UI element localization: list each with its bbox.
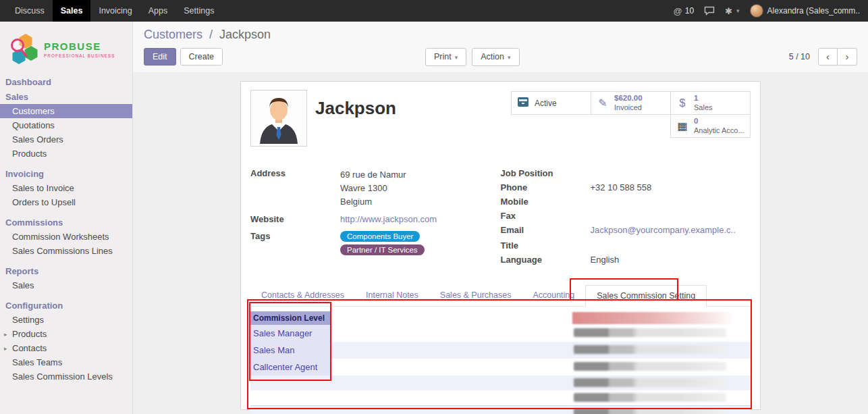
job-position-label: Job Position	[501, 168, 591, 180]
record-title: Jackpson	[315, 98, 396, 147]
active-icon	[516, 97, 530, 109]
field-group-left: Address 69 rue de Namur Wavre 1300 Belgi…	[250, 168, 501, 269]
active-toggle-button[interactable]: Active	[511, 91, 591, 115]
invoiced-stat-text: $620.00 Invoiced	[614, 94, 643, 112]
sidebar-item-orders-to-upsell[interactable]: Orders to Upsell	[0, 195, 132, 209]
pager-next-button[interactable]: ›	[838, 48, 857, 66]
menu-discuss[interactable]: Discuss	[7, 0, 53, 22]
logo-texts: PROBUSE PROFESSIONAL BUSINESS	[44, 41, 115, 58]
create-button[interactable]: Create	[180, 48, 223, 66]
sidebar-header-commissions[interactable]: Commissions	[0, 215, 132, 230]
sidebar-item-sales-orders[interactable]: Sales Orders	[0, 132, 132, 147]
sales-stat-button[interactable]: $ 1 Sales	[670, 91, 751, 115]
sidebar-item-sales-report[interactable]: Sales	[0, 278, 132, 292]
field-groups: Address 69 rue de Namur Wavre 1300 Belgi…	[241, 168, 760, 269]
sidebar-item-sales-commissions-lines[interactable]: Sales Commissions Lines	[0, 244, 132, 258]
messages-button[interactable]	[704, 6, 715, 16]
commission-table: Commission Level Sales Manager Sales Man…	[250, 311, 751, 414]
logo-hexagons-icon	[8, 32, 39, 66]
sidebar-item-sales-commission-levels[interactable]: Sales Commission Levels	[0, 369, 132, 384]
tab-sales-purchases[interactable]: Sales & Purchases	[429, 285, 522, 306]
menu-sales[interactable]: Sales	[53, 0, 91, 22]
tab-accounting[interactable]: Accounting	[522, 285, 585, 306]
commission-row-empty[interactable]	[250, 376, 751, 390]
commission-row[interactable]: Sales Man	[250, 342, 751, 359]
menu-apps[interactable]: Apps	[140, 0, 176, 22]
pager-previous-button[interactable]: ‹	[818, 48, 838, 66]
edit-button[interactable]: Edit	[144, 48, 176, 66]
sidebar-item-label: Products	[12, 329, 47, 339]
activities-menu[interactable]: ✱ ▾	[725, 6, 739, 16]
commission-row[interactable]: Sales Manager	[250, 325, 751, 342]
form-view-content: Jackpson Active ✎	[133, 72, 868, 414]
print-dropdown-button[interactable]: Print▾	[425, 48, 466, 66]
breadcrumb: Customers / Jackpson	[144, 28, 857, 42]
stat-row-1: Active ✎ $620.00 Invoiced $	[512, 91, 751, 115]
customer-avatar-image	[253, 93, 304, 144]
fax-label: Fax	[501, 211, 591, 222]
menu-invoicing[interactable]: Invoicing	[90, 0, 140, 22]
tab-contacts-addresses[interactable]: Contacts & Addresses	[250, 285, 355, 306]
redacted-cell-region	[574, 378, 726, 387]
sidebar-item-commission-worksheets[interactable]: Commission Worksheets	[0, 230, 132, 244]
website-link[interactable]: http://www.jackpson.com	[340, 214, 437, 226]
tag-partner-it-services[interactable]: Partner / IT Services	[340, 244, 425, 255]
pager-counter: 5 / 10	[789, 52, 810, 61]
asterisk-icon: ✱	[725, 6, 732, 16]
redacted-cell-region	[574, 328, 726, 337]
sidebar-header-reports[interactable]: Reports	[0, 263, 132, 278]
address-label: Address	[250, 168, 340, 209]
email-link[interactable]: Jackpson@yourcompany.example.c..	[591, 225, 736, 236]
print-label: Print	[434, 52, 452, 61]
sidebar-item-sales-to-invoice[interactable]: Sales to Invoice	[0, 181, 132, 195]
expand-arrow-icon: ▸	[4, 344, 7, 354]
sidebar-item-products[interactable]: Products	[0, 147, 132, 161]
mentions-counter[interactable]: @ 10	[674, 6, 695, 16]
commission-level-cell[interactable]: Sales Man	[250, 342, 330, 359]
user-menu[interactable]: Alexandra (Sales_comm..	[750, 4, 860, 18]
dollar-icon: $	[676, 97, 689, 109]
sales-count-value: 1	[694, 94, 713, 103]
sidebar-header-invoicing[interactable]: Invoicing	[0, 166, 132, 181]
commission-level-cell[interactable]: Sales Manager	[250, 325, 330, 342]
sidebar-header-sales[interactable]: Sales	[0, 89, 132, 104]
tags-label: Tags	[250, 231, 340, 255]
sidebar-item-settings[interactable]: Settings	[0, 313, 132, 327]
sidebar-item-config-contacts[interactable]: ▸Contacts	[0, 341, 132, 355]
customer-photo[interactable]	[250, 90, 307, 147]
redacted-cell-region	[574, 362, 726, 371]
sales-count-label: Sales	[694, 103, 713, 112]
analytic-count-label: Analytic Acco...	[694, 126, 744, 135]
commission-table-header-row: Commission Level	[250, 311, 751, 325]
tag-components-buyer[interactable]: Components Buyer	[340, 231, 420, 242]
commission-row[interactable]: Callcenter Agent	[250, 359, 751, 376]
sidebar-header-configuration[interactable]: Configuration	[0, 298, 132, 313]
analytic-accounts-stat-button[interactable]: ▦ 0 Analytic Acco...	[670, 114, 751, 138]
phone-value: +32 10 588 558	[591, 182, 652, 194]
logo-subtitle: PROFESSIONAL BUSINESS	[44, 53, 115, 58]
sidebar-item-config-products[interactable]: ▸Products	[0, 327, 132, 341]
control-panel: Customers / Jackpson Edit Create Print▾ …	[133, 22, 868, 72]
action-dropdown-button[interactable]: Action▾	[472, 48, 519, 66]
sidebar-item-sales-teams[interactable]: Sales Teams	[0, 355, 132, 369]
sidebar-item-customers[interactable]: Customers	[0, 104, 132, 118]
sidebar-item-quotations[interactable]: Quotations	[0, 118, 132, 132]
email-label: Email	[501, 225, 591, 236]
menu-settings[interactable]: Settings	[175, 0, 222, 22]
at-icon: @	[674, 6, 682, 16]
stat-row-2: ▦ 0 Analytic Acco...	[512, 115, 751, 138]
tab-internal-notes[interactable]: Internal Notes	[355, 285, 429, 306]
redacted-cell-region	[574, 393, 726, 402]
commission-row-empty[interactable]	[250, 390, 751, 405]
tab-sales-commission-setting[interactable]: Sales Commission Setting	[585, 285, 707, 307]
breadcrumb-customers[interactable]: Customers	[144, 28, 202, 41]
commission-level-cell[interactable]: Callcenter Agent	[250, 359, 330, 376]
action-label: Action	[481, 52, 504, 61]
invoiced-stat-button[interactable]: ✎ $620.00 Invoiced	[591, 91, 671, 115]
sidebar-header-dashboard[interactable]: Dashboard	[0, 74, 132, 89]
probuse-logo[interactable]: PROBUSE PROFESSIONAL BUSINESS	[0, 22, 132, 74]
control-buttons-row: Edit Create Print▾ Action▾ 5 / 10 ‹ ›	[144, 48, 857, 67]
commission-level-column-header[interactable]: Commission Level	[250, 311, 330, 325]
redacted-cell-region	[574, 409, 726, 414]
address-line-1: 69 rue de Namur	[340, 168, 406, 182]
